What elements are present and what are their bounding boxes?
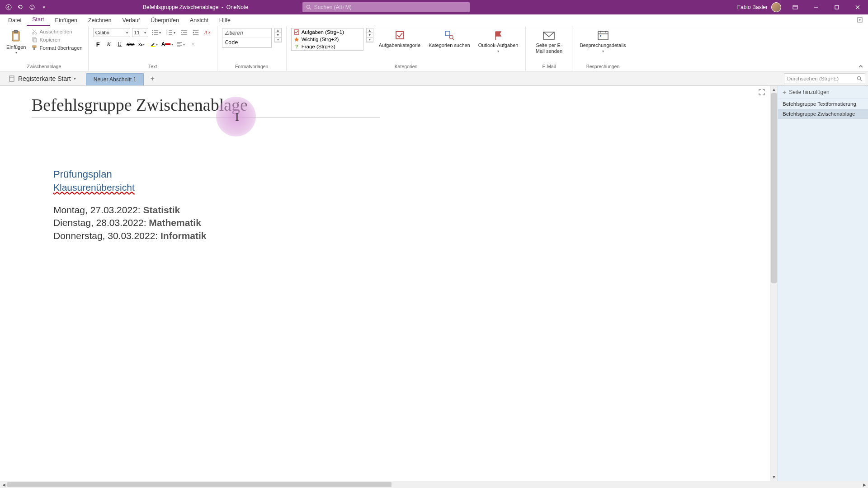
tab-einfügen[interactable]: Einfügen [50, 15, 83, 26]
tag-item[interactable]: Aufgaben (Strg+1) [292, 28, 363, 36]
vertical-scrollbar[interactable]: ▲▼ [770, 86, 778, 481]
qat-more-icon[interactable]: ▾ [40, 3, 48, 11]
undo-icon[interactable] [16, 3, 24, 11]
group-meetings: Besprechungsdetails▾ Besprechungen [572, 26, 633, 71]
find-tags-button[interactable]: Kategorien suchen [426, 28, 473, 49]
tab-verlauf[interactable]: Verlauf [117, 15, 145, 26]
group-styles: Zitieren Code ▲▼▾ Formatvorlagen [217, 26, 287, 71]
numbering-button[interactable]: 123▾ [165, 28, 177, 37]
styles-spinner[interactable]: ▲▼▾ [274, 28, 282, 42]
bullets-button[interactable]: ▾ [150, 28, 163, 37]
svg-rect-15 [14, 34, 18, 40]
group-label: Besprechungen [577, 64, 628, 70]
horizontal-scrollbar[interactable]: ◀▶ [0, 481, 868, 488]
group-tags: Aufgaben (Strg+1)Wichtig (Strg+2)?Frage … [287, 26, 526, 71]
task-category-button[interactable]: Aufgabenkategorie [376, 28, 423, 49]
group-label: Formatvorlagen [222, 64, 282, 70]
close-icon[interactable] [847, 0, 868, 14]
body-subheading: Klausurenübersicht [53, 181, 738, 194]
style-item[interactable]: Zitieren [222, 28, 271, 38]
notebook-dropdown[interactable]: Registerkarte Start ▾ [4, 71, 80, 85]
clear-formatting-button[interactable]: A✕ [203, 28, 212, 37]
collapse-ribbon-icon[interactable] [858, 64, 863, 69]
tab-start[interactable]: Start [27, 14, 49, 26]
email-page-button[interactable]: Seite per E-Mail senden [530, 28, 567, 55]
back-icon[interactable] [5, 3, 13, 11]
svg-rect-14 [14, 30, 18, 33]
add-section-button[interactable]: + [146, 71, 158, 85]
page-title[interactable]: Befehlsgruppe Zwischenablage [32, 95, 380, 118]
touch-mode-icon[interactable] [28, 3, 36, 11]
highlight-button[interactable]: ▾ [147, 40, 160, 49]
styles-gallery[interactable]: Zitieren Code [222, 28, 272, 48]
tags-gallery[interactable]: Aufgaben (Strg+1)Wichtig (Strg+2)?Frage … [291, 28, 363, 51]
italic-button[interactable]: K [104, 40, 114, 49]
tab-zeichnen[interactable]: Zeichnen [83, 15, 117, 26]
question-icon: ? [294, 44, 299, 49]
share-icon[interactable] [856, 16, 863, 23]
svg-rect-23 [33, 47, 35, 50]
find-tags-icon [443, 29, 456, 42]
svg-rect-22 [33, 46, 36, 47]
page-search-placeholder: Durchsuchen (Strg+E) [787, 76, 839, 81]
paste-button[interactable]: Einfügen ▾ [5, 28, 28, 56]
indent-button[interactable] [191, 28, 201, 37]
page-list-item[interactable]: Befehlsgruppe Zwischenablage [778, 109, 868, 119]
tags-spinner[interactable]: ▲▼▾ [366, 28, 373, 42]
style-item[interactable]: Code [222, 38, 271, 47]
svg-line-5 [310, 8, 311, 9]
user-name: Fabio Basler [737, 4, 768, 10]
bold-button[interactable]: F [93, 40, 103, 49]
outdent-button[interactable] [179, 28, 189, 37]
maximize-icon[interactable] [826, 0, 847, 14]
calendar-icon [597, 29, 609, 42]
tag-item[interactable]: ?Frage (Strg+3) [292, 43, 363, 50]
section-tab[interactable]: Neuer Abschnitt 1 [86, 73, 144, 85]
format-painter-button[interactable]: Format übertragen [30, 44, 83, 52]
font-size-dropdown[interactable]: 11▾ [132, 28, 148, 37]
envelope-icon [542, 29, 555, 42]
body-line: Montag, 27.03.2022: Statistik [53, 204, 738, 216]
meeting-details-button[interactable]: Besprechungsdetails▾ [577, 28, 628, 55]
svg-text:3: 3 [166, 33, 168, 35]
notebook-name: Registerkarte Start [18, 75, 71, 82]
svg-text:?: ? [295, 44, 298, 49]
user-account[interactable]: Fabio Basler [737, 2, 785, 12]
strikethrough-button[interactable]: abc [126, 40, 136, 49]
svg-point-0 [6, 5, 11, 10]
tab-datei[interactable]: Datei [3, 15, 27, 26]
font-color-button[interactable]: A▾ [161, 40, 174, 49]
cut-button: Ausschneiden [30, 28, 83, 35]
svg-rect-42 [151, 46, 155, 47]
font-name-dropdown[interactable]: Calibri▾ [93, 28, 130, 37]
tab-überprüfen[interactable]: Überprüfen [145, 15, 184, 26]
add-page-button[interactable]: + Seite hinzufügen [778, 86, 868, 99]
outlook-tasks-button[interactable]: Outlook-Aufgaben▾ [476, 28, 521, 55]
menu-bar: DateiStartEinfügenZeichnenVerlaufÜberprü… [0, 14, 868, 26]
tag-item[interactable]: Wichtig (Strg+2) [292, 36, 363, 43]
search-placeholder: Suchen (Alt+M) [314, 4, 352, 10]
svg-rect-59 [9, 76, 14, 81]
svg-rect-6 [793, 5, 797, 9]
page-list-item[interactable]: Befehlsgruppe Textformatierung [778, 99, 868, 109]
tab-ansicht[interactable]: Ansicht [184, 15, 214, 26]
page-search-input[interactable]: Durchsuchen (Strg+E) [784, 73, 865, 84]
search-box[interactable]: Suchen (Alt+M) [302, 2, 470, 12]
svg-point-51 [449, 35, 453, 39]
title-bar: ▾ Befehlsgruppe Zwischenablage - OneNote… [0, 0, 868, 14]
paste-label: Einfügen [6, 44, 26, 50]
ribbon-display-icon[interactable] [785, 0, 806, 14]
note-body[interactable]: Prüfungsplan Klausurenübersicht Montag, … [53, 168, 738, 242]
svg-point-16 [32, 33, 34, 34]
subscript-button[interactable]: x₂▾ [137, 40, 146, 49]
svg-line-52 [453, 38, 454, 40]
minimize-icon[interactable] [806, 0, 826, 14]
fullscreen-icon[interactable] [758, 89, 765, 96]
align-button[interactable]: ▾ [175, 40, 187, 49]
page-canvas[interactable]: I Befehlsgruppe Zwischenablage Prüfungsp… [0, 86, 770, 481]
svg-point-17 [35, 33, 37, 34]
window-title: Befehlsgruppe Zwischenablage - OneNote [143, 4, 248, 10]
body-line: Dienstag, 28.03.2022: Mathematik [53, 216, 738, 229]
underline-button[interactable]: U [115, 40, 125, 49]
tab-hilfe[interactable]: Hilfe [214, 15, 236, 26]
